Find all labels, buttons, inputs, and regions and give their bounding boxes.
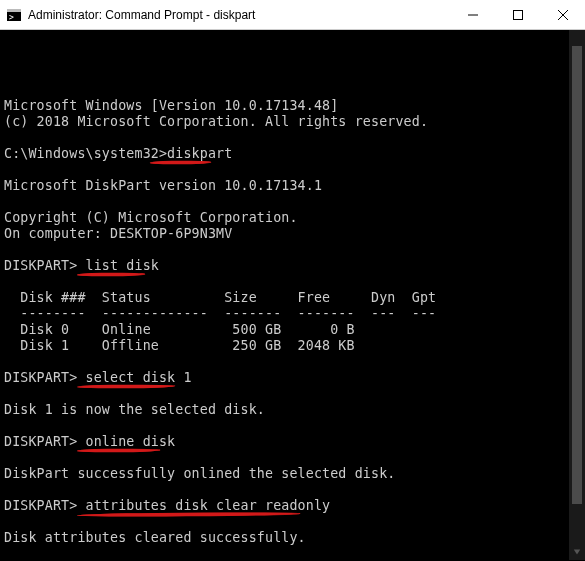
terminal-line [4,482,585,498]
terminal-line [4,450,585,466]
svg-text:>_: >_ [9,12,19,21]
terminal-line: Copyright (C) Microsoft Corporation. [4,210,585,226]
svg-rect-4 [513,10,522,19]
terminal-line [4,162,585,178]
terminal-line [4,514,585,530]
terminal-line: Disk attributes cleared successfully. [4,530,585,546]
terminal-line: -------- ------------- ------- ------- -… [4,306,585,322]
vertical-scrollbar[interactable] [569,30,585,560]
terminal-line [4,242,585,258]
terminal-line: DiskPart successfully onlined the select… [4,466,585,482]
terminal-line: DISKPART> attributes disk clear readonly [4,498,585,514]
terminal-line: DISKPART> online disk [4,434,585,450]
terminal-line [4,130,585,146]
terminal-line: Disk 1 is now the selected disk. [4,402,585,418]
terminal-line: Disk 0 Online 500 GB 0 B [4,322,585,338]
terminal-line: DISKPART> list disk [4,258,585,274]
terminal-line: C:\Windows\system32>diskpart [4,146,585,162]
app-icon: >_ [6,7,22,23]
close-button[interactable] [540,0,585,30]
minimize-button[interactable] [450,0,495,30]
scrollbar-track[interactable] [569,46,585,544]
scrollbar-down-arrow[interactable] [569,544,585,560]
terminal-output[interactable]: Microsoft Windows [Version 10.0.17134.48… [0,30,585,561]
scrollbar-thumb[interactable] [572,46,582,504]
terminal-line [4,274,585,290]
terminal-line: DISKPART> select disk 1 [4,370,585,386]
window-titlebar: >_ Administrator: Command Prompt - diskp… [0,0,585,30]
terminal-line [4,194,585,210]
maximize-button[interactable] [495,0,540,30]
terminal-line [4,354,585,370]
terminal-line [4,418,585,434]
window-title: Administrator: Command Prompt - diskpart [28,8,450,22]
terminal-line: Disk ### Status Size Free Dyn Gpt [4,290,585,306]
svg-marker-8 [574,550,580,555]
terminal-line [4,546,585,561]
terminal-line [4,386,585,402]
terminal-line: On computer: DESKTOP-6P9N3MV [4,226,585,242]
terminal-line: (c) 2018 Microsoft Corporation. All righ… [4,114,585,130]
terminal-line: Microsoft DiskPart version 10.0.17134.1 [4,178,585,194]
terminal-line: Disk 1 Offline 250 GB 2048 KB [4,338,585,354]
terminal-line: Microsoft Windows [Version 10.0.17134.48… [4,98,585,114]
